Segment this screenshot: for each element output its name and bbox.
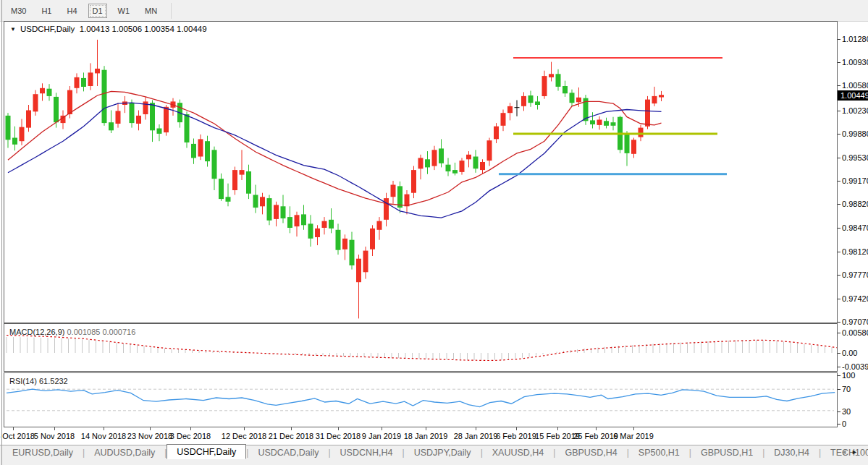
symbol-tab-xauusd-h4[interactable]: XAUUSD,H4: [483, 446, 554, 459]
date-tick-dash: [596, 427, 597, 430]
symbol-tab-usdcnh-h4[interactable]: USDCNH,H4: [331, 446, 403, 459]
indicator-axis-label: 100: [842, 371, 868, 380]
price-tick-dash: [838, 181, 840, 182]
tab-scroll-left-icon[interactable]: ◄: [840, 448, 851, 456]
date-tick-dash: [426, 427, 426, 430]
date-label: 5 Nov 2018: [34, 432, 75, 440]
price-tick-dash: [838, 158, 840, 158]
date-label: 23 Nov 2018: [127, 432, 172, 440]
trading-platform-window: M30H1H4D1W1MN ▼USDCHF,Daily 1.00413 1.00…: [0, 0, 868, 465]
chart-dropdown-icon[interactable]: ▼: [10, 26, 16, 33]
date-label: 9 Jan 2019: [362, 432, 401, 440]
rsi-canvas[interactable]: [4, 373, 837, 427]
timeframe-button-w1[interactable]: W1: [114, 4, 135, 18]
chart-symbol-label: USDCHF,Daily: [20, 25, 75, 33]
chart-tabs: EURUSD,Daily|AUDUSD,Daily|USDCHF,Daily|U…: [3, 445, 868, 460]
indicator-axis-dash: [838, 375, 840, 376]
indicator-axis-label: 0: [842, 419, 868, 428]
price-tick-label: 0.97770: [842, 270, 868, 279]
date-label: 6 Mar 2019: [613, 432, 654, 440]
macd-signal-value: 0.000716: [102, 328, 135, 336]
symbol-tab-dj30-h4[interactable]: DJ30,H4: [764, 446, 819, 459]
price-tick-label: 0.98820: [842, 200, 868, 208]
indicator-axis-dash: [838, 424, 840, 425]
date-tick-dash: [476, 427, 476, 430]
date-label: 25 Feb 2019: [573, 432, 618, 440]
rsi-panel[interactable]: [4, 372, 838, 427]
indicator-axis-label: -0.003945: [842, 362, 868, 371]
date-tick-dash: [516, 427, 517, 430]
date-label: 28 Jan 2019: [454, 432, 498, 440]
price-tick-dash: [838, 85, 840, 86]
date-tick-dash: [633, 427, 634, 430]
date-label: 14 Nov 2018: [81, 432, 126, 440]
macd-label: MACD(12,26,9) 0.001085 0.000716: [9, 328, 135, 336]
symbol-tab-sp500-h1[interactable]: SP500,H1: [629, 446, 689, 459]
price-tick-dash: [838, 275, 840, 276]
tab-scroll-right-icon[interactable]: ►: [851, 448, 862, 456]
price-tick-label: 0.97070: [842, 317, 868, 326]
window-left-border: [1, 0, 2, 465]
timeframe-button-m30[interactable]: M30: [7, 4, 30, 18]
price-tick-dash: [838, 322, 840, 323]
chart-ohlc-values: 1.00413 1.00506 1.00354 1.00449: [80, 25, 207, 33]
indicator-axis-label: 0.00: [842, 349, 868, 357]
main-chart-panel[interactable]: [4, 21, 838, 323]
price-tick-label: 0.99530: [842, 153, 868, 162]
date-label: 18 Jan 2019: [404, 432, 448, 440]
date-label: 21 Dec 2018: [269, 432, 313, 440]
price-tick-label: 0.99170: [842, 176, 868, 185]
date-label: 12 Dec 2018: [222, 432, 266, 440]
indicator-axis-label: 70: [842, 385, 868, 393]
price-tick-label: 0.97420: [842, 294, 868, 303]
indicator-axis-dash: [838, 353, 840, 354]
symbol-tab-gbpusd-h1[interactable]: GBPUSD,H1: [691, 446, 762, 459]
timeframe-button-d1[interactable]: D1: [88, 4, 107, 18]
rsi-value: 61.5232: [39, 377, 68, 385]
price-tick-label: 1.00230: [842, 106, 868, 115]
date-label: 3 Dec 2018: [170, 432, 211, 440]
indicator-axis-dash: [838, 333, 840, 333]
price-tick-dash: [838, 39, 840, 40]
date-tick-dash: [291, 427, 292, 430]
price-tick-dash: [838, 228, 840, 229]
indicator-axis-dash: [838, 389, 840, 390]
price-tick-label: 1.01280: [842, 35, 868, 43]
symbol-tab-eurusd-daily[interactable]: EURUSD,Daily: [3, 446, 83, 459]
symbol-tab-usdcad-daily[interactable]: USDCAD,Daily: [248, 446, 328, 459]
indicator-axis-dash: [838, 367, 840, 367]
date-tick-dash: [104, 427, 104, 430]
date-tick-dash: [13, 427, 14, 430]
macd-main-value: 0.001085: [67, 328, 100, 336]
toolbar-separator: [172, 3, 173, 19]
indicator-axis-label: 30: [842, 407, 868, 416]
price-tick-label: 1.00930: [842, 58, 868, 67]
price-tick-label: 0.98470: [842, 223, 868, 232]
date-label: 26 Oct 2018: [0, 432, 35, 440]
price-tick-dash: [838, 252, 840, 252]
timeframe-button-mn[interactable]: MN: [140, 4, 161, 18]
date-label: 6 Feb 2019: [496, 432, 536, 440]
chart-title: ▼USDCHF,Daily 1.00413 1.00506 1.00354 1.…: [10, 25, 207, 33]
chart-tab-bar: EURUSD,Daily|AUDUSD,Daily|USDCHF,Daily|U…: [0, 445, 868, 465]
price-tick-label: 1.00580: [842, 81, 868, 90]
price-tick-label: 0.98120: [842, 247, 868, 256]
candlestick-chart-canvas[interactable]: [4, 22, 837, 323]
price-tick-dash: [838, 299, 840, 299]
price-tick-dash: [838, 62, 840, 63]
timeframe-button-h1[interactable]: H1: [37, 4, 56, 18]
symbol-tab-gbpusd-h4[interactable]: GBPUSD,H4: [555, 446, 626, 459]
rsi-label: RSI(14) 61.5232: [9, 377, 68, 385]
indicator-axis-label: 0.005802: [842, 328, 868, 337]
symbol-tab-usdchf-daily[interactable]: USDCHF,Daily: [167, 444, 246, 459]
date-tick-dash: [150, 427, 151, 430]
price-tick-dash: [838, 134, 840, 135]
price-tick-label: 0.99880: [842, 129, 868, 138]
date-tick-dash: [338, 427, 339, 430]
symbol-tab-usdjpy-daily[interactable]: USDJPY,Daily: [405, 446, 481, 459]
symbol-tab-audusd-daily[interactable]: AUDUSD,Daily: [85, 446, 164, 459]
timeframe-button-h4[interactable]: H4: [62, 4, 81, 18]
price-tick-dash: [838, 111, 840, 111]
tab-scroll-arrows: ◄►: [840, 448, 862, 456]
date-tick-dash: [54, 427, 55, 430]
